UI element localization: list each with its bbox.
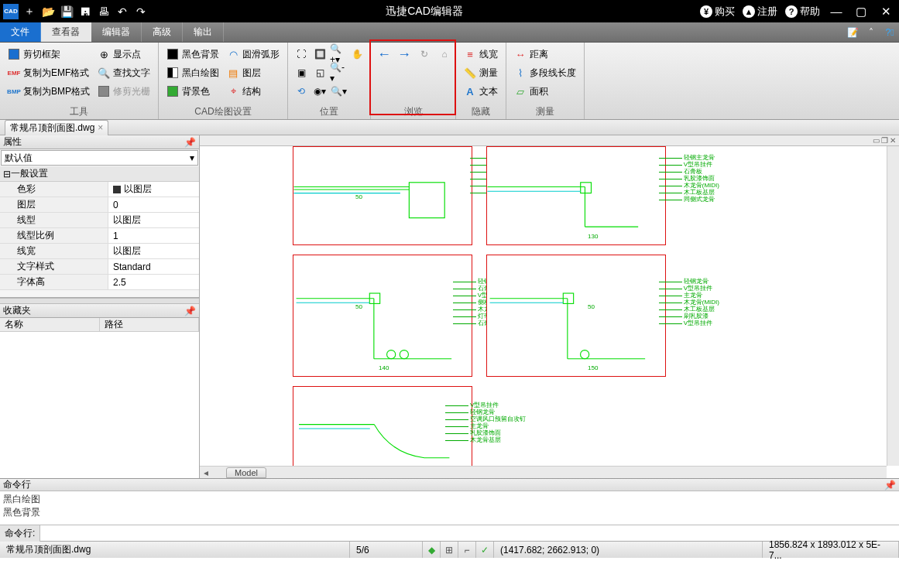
redo-icon[interactable]: ↷ <box>133 4 149 19</box>
model-tab[interactable]: Model <box>226 467 266 478</box>
nav-forward-icon[interactable]: → <box>396 46 413 63</box>
prop-row-color[interactable]: 色彩以图层 <box>0 182 199 197</box>
status-coords: (1417.682; 2662.913; 0) <box>494 542 763 558</box>
zoom-region-icon[interactable]: 🔲 <box>311 46 328 63</box>
document-tab[interactable]: 常规吊顶剖面图.dwg × <box>5 120 108 135</box>
new-icon[interactable]: ＋ <box>22 4 37 19</box>
ribbon-group-cad-draw: 黑色背景 黑白绘图 背景色 ◠圆滑弧形 ▤图层 ⌖结构 CAD绘图设置 <box>159 43 288 119</box>
collapse-ribbon-icon[interactable]: ˄ <box>862 22 880 42</box>
tab-advanced[interactable]: 高级 <box>142 22 183 42</box>
zoom-prev-icon[interactable]: 🔍▾ <box>330 83 347 100</box>
help-link[interactable]: ?帮助 <box>785 5 820 19</box>
pin-icon[interactable]: 📌 <box>184 137 196 148</box>
quick-access-toolbar: CAD ＋ 📂 💾 🖪 🖶 ↶ ↷ <box>0 4 149 19</box>
properties-panel-header: 属性📌 <box>0 135 199 149</box>
find-text-button[interactable]: 🔍查找文字 <box>94 64 153 81</box>
vertical-scrollbar[interactable] <box>887 146 899 466</box>
show-point-button[interactable]: ⊕显示点 <box>94 46 153 63</box>
prop-row-ltscale[interactable]: 线型比例1 <box>0 228 199 244</box>
ribbon-group-tools: 剪切框架 EMF复制为EMF格式 BMP复制为BMP格式 ⊕显示点 🔍查找文字 … <box>0 43 159 119</box>
register-link[interactable]: ▲注册 <box>743 5 777 19</box>
horizontal-scrollbar[interactable]: ◂ Model <box>200 466 887 478</box>
fav-col-name[interactable]: 名称 <box>0 318 100 331</box>
properties-table: ⊟ 一般设置 色彩以图层 图层0 线型以图层 线型比例1 线宽以图层 文字样式S… <box>0 166 199 298</box>
pan-icon[interactable]: ✋ <box>348 46 365 63</box>
saveall-icon[interactable]: 🖪 <box>77 4 93 19</box>
print-icon[interactable]: 🖶 <box>96 4 112 19</box>
pin-icon[interactable]: 📌 <box>884 480 896 491</box>
style-icon[interactable]: 📝 <box>843 22 862 42</box>
copy-bmp-button[interactable]: BMP复制为BMP格式 <box>5 83 93 100</box>
buy-link[interactable]: ¥购买 <box>700 5 735 19</box>
save-icon[interactable]: 💾 <box>59 4 74 19</box>
close-button[interactable]: ✕ <box>877 3 894 20</box>
tab-file[interactable]: 文件 <box>0 22 41 42</box>
trim-raster-button[interactable]: 修剪光栅 <box>94 83 153 100</box>
prop-row-lineweight[interactable]: 线宽以图层 <box>0 244 199 259</box>
grid-icon[interactable]: ⊞ <box>442 545 456 556</box>
help-icon[interactable]: ?⃝ <box>880 22 899 42</box>
nav-home-icon[interactable]: ⌂ <box>436 46 453 63</box>
text-button[interactable]: A文本 <box>461 83 501 100</box>
tab-editor[interactable]: 编辑器 <box>91 22 142 42</box>
app-icon[interactable]: CAD <box>3 4 19 19</box>
zoom-all-icon[interactable]: ◱ <box>311 64 328 81</box>
tab-viewer[interactable]: 查看器 <box>41 22 91 42</box>
prop-row-linetype[interactable]: 线型以图层 <box>0 213 199 228</box>
document-tab-label: 常规吊顶剖面图.dwg <box>10 121 94 135</box>
close-canvas-icon[interactable]: ✕ <box>890 136 896 145</box>
open-icon[interactable]: 📂 <box>40 4 56 19</box>
drawing-canvas[interactable]: 轻钢龙骨V型吊挂件主龙骨石膏板吊顶白色乳胶漆M型龙骨 50 轻钢主龙骨V型吊挂件… <box>200 146 899 478</box>
view-icon[interactable]: ◉▾ <box>311 83 328 100</box>
restore-icon[interactable]: ▭ <box>873 136 880 145</box>
ortho-icon[interactable]: ⌐ <box>460 545 474 556</box>
osnap-icon[interactable]: ✓ <box>478 545 492 556</box>
smooth-arc-button[interactable]: ◠圆滑弧形 <box>224 46 283 63</box>
polyline-len-button[interactable]: ⌇多段线长度 <box>511 64 579 81</box>
prop-row-textstyle[interactable]: 文字样式Standard <box>0 259 199 275</box>
black-bg-button[interactable]: 黑色背景 <box>163 46 222 63</box>
fav-col-path[interactable]: 路径 <box>100 318 200 331</box>
fit-window-icon[interactable]: ⛶ <box>293 46 310 63</box>
lineweight-button[interactable]: ≡线宽 <box>461 46 501 63</box>
ribbon: 剪切框架 EMF复制为EMF格式 BMP复制为BMP格式 ⊕显示点 🔍查找文字 … <box>0 43 899 120</box>
svg-rect-7 <box>581 183 592 193</box>
bw-draw-button[interactable]: 黑白绘图 <box>163 64 222 81</box>
ribbon-group-measure: ↔距离 ⌇多段线长度 ▱面积 测量 <box>506 43 585 119</box>
zoom-out-icon[interactable]: 🔍-▾ <box>330 64 347 81</box>
command-line: 命令行: <box>0 525 899 541</box>
bgcolor-button[interactable]: 背景色 <box>163 83 222 100</box>
snap-icon[interactable]: ◆ <box>424 545 438 556</box>
command-log[interactable]: 黑白绘图 黑色背景 <box>0 491 899 525</box>
measure-button[interactable]: 📏测量 <box>461 64 501 81</box>
extents-icon[interactable]: ▣ <box>293 64 310 81</box>
layer-button[interactable]: ▤图层 <box>224 64 283 81</box>
orbit-icon[interactable]: ⟲ <box>293 83 310 100</box>
favorites-columns: 名称 路径 <box>0 318 199 332</box>
maximize-button[interactable]: ▢ <box>853 3 870 20</box>
distance-button[interactable]: ↔距离 <box>511 46 579 63</box>
favorites-body[interactable] <box>0 332 199 478</box>
command-input[interactable] <box>40 528 899 538</box>
minimize-button[interactable]: ― <box>828 3 845 20</box>
cut-frame-button[interactable]: 剪切框架 <box>5 46 93 63</box>
prop-row-textheight[interactable]: 字体高2.5 <box>0 275 199 290</box>
zoom-in-icon[interactable]: 🔍+▾ <box>330 46 347 63</box>
default-combo[interactable]: 默认值▾ <box>1 150 198 166</box>
tab-output[interactable]: 输出 <box>183 22 224 42</box>
pin-icon[interactable]: 📌 <box>184 306 196 316</box>
maximize-icon[interactable]: ❐ <box>881 136 888 145</box>
area-button[interactable]: ▱面积 <box>511 83 579 100</box>
close-tab-icon[interactable]: × <box>98 122 103 133</box>
prop-section-general[interactable]: ⊟ 一般设置 <box>0 166 199 182</box>
nav-refresh-icon[interactable]: ↻ <box>416 46 433 63</box>
scroll-left-icon[interactable]: ◂ <box>200 467 212 478</box>
title-bar: CAD ＋ 📂 💾 🖪 🖶 ↶ ↷ 迅捷CAD编辑器 ¥购买 ▲注册 ?帮助 ―… <box>0 0 899 22</box>
prop-row-layer[interactable]: 图层0 <box>0 197 199 213</box>
structure-button[interactable]: ⌖结构 <box>224 83 283 100</box>
copy-emf-button[interactable]: EMF复制为EMF格式 <box>5 64 93 81</box>
group-label-hide: 隐藏 <box>461 105 501 119</box>
ribbon-tabs: 文件 查看器 编辑器 高级 输出 📝 ˄ ?⃝ <box>0 22 899 43</box>
nav-back-icon[interactable]: ← <box>376 46 393 63</box>
undo-icon[interactable]: ↶ <box>115 4 130 19</box>
